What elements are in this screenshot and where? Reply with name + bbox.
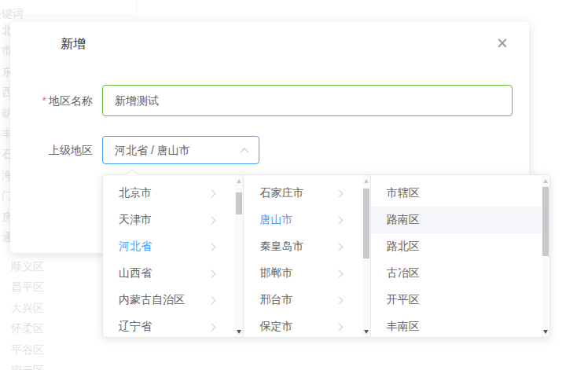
chevron-right-icon — [335, 243, 343, 251]
cascader-node-district[interactable]: 古冶区 — [371, 260, 549, 287]
region-name-input[interactable]: 新增测试 — [102, 85, 513, 116]
parent-region-cascader[interactable]: 河北省 / 唐山市 — [102, 136, 259, 164]
cascader-node-city[interactable]: 唐山市 — [244, 207, 369, 233]
parent-region-label: 上级地区 — [10, 142, 93, 158]
cascader-menu-districts: 市辖区 路南区 路北区 古冶区 开平区 — [371, 175, 549, 337]
cascader-node-city[interactable]: 邢台市 — [244, 287, 369, 313]
chevron-right-icon — [208, 296, 216, 304]
chevron-right-icon — [208, 189, 216, 197]
chevron-right-icon — [208, 243, 216, 251]
close-icon[interactable]: × — [493, 33, 512, 52]
scrollbar[interactable] — [362, 175, 370, 337]
scrollbar-thumb[interactable] — [363, 189, 369, 258]
scroll-down-arrow[interactable] — [542, 327, 549, 336]
chevron-right-icon — [335, 296, 343, 304]
region-name-value: 新增测试 — [115, 94, 159, 107]
cascader-node-province[interactable]: 内蒙古自治区 — [103, 287, 243, 313]
cascader-node-city[interactable]: 保定市 — [244, 313, 369, 337]
cascader-node-city[interactable]: 石家庄市 — [244, 180, 369, 207]
chevron-up-icon — [240, 148, 248, 156]
cascader-node-province[interactable]: 河北省 — [103, 233, 243, 260]
scrollbar-thumb[interactable] — [542, 187, 549, 256]
cascader-node-city[interactable]: 邯郸市 — [244, 260, 369, 287]
scroll-down-arrow[interactable] — [362, 327, 370, 336]
chevron-right-icon — [335, 269, 343, 277]
scrollbar-thumb[interactable] — [236, 192, 242, 214]
parent-region-value: 河北省 / 唐山市 — [115, 144, 190, 156]
dialog-title: 新增 — [61, 35, 86, 53]
scroll-up-arrow[interactable] — [542, 176, 549, 185]
cascader-node-province[interactable]: 山西省 — [103, 260, 243, 287]
scroll-up-arrow[interactable] — [235, 176, 243, 185]
cascader-node-district[interactable]: 市辖区 — [371, 180, 549, 207]
cascader-node-district[interactable]: 路北区 — [371, 233, 549, 260]
app-window: 关键词 北京市 市辖区 东城区 西城区 朝阳区 — [0, 0, 588, 370]
chevron-right-icon — [335, 189, 343, 197]
scrollbar[interactable] — [235, 175, 243, 337]
cascader-node-district[interactable]: 路南区 — [371, 207, 549, 233]
cascader-node-city[interactable]: 秦皇岛市 — [244, 233, 369, 260]
chevron-right-icon — [208, 269, 216, 277]
cascader-node-district[interactable]: 丰南区 — [371, 313, 549, 337]
cascader-menu-cities: 石家庄市 唐山市 秦皇岛市 邯郸市 — [244, 175, 370, 337]
cascader-dropdown: 北京市 天津市 河北省 山西省 — [102, 174, 550, 338]
cascader-node-district[interactable]: 开平区 — [371, 287, 549, 313]
scrollbar[interactable] — [542, 175, 549, 337]
required-asterisk: * — [42, 94, 46, 107]
cascader-node-province[interactable]: 辽宁省 — [103, 313, 243, 337]
scroll-up-arrow[interactable] — [362, 176, 370, 185]
chevron-right-icon — [208, 323, 216, 331]
chevron-right-icon — [335, 323, 343, 331]
region-name-label: *地区名称 — [10, 93, 93, 108]
cascader-node-province[interactable]: 北京市 — [103, 180, 243, 207]
cascader-menu-provinces: 北京市 天津市 河北省 山西省 — [103, 175, 244, 337]
chevron-right-icon — [335, 216, 343, 224]
cascader-node-province[interactable]: 天津市 — [103, 207, 243, 233]
chevron-right-icon — [208, 216, 216, 224]
scroll-down-arrow[interactable] — [235, 327, 243, 336]
